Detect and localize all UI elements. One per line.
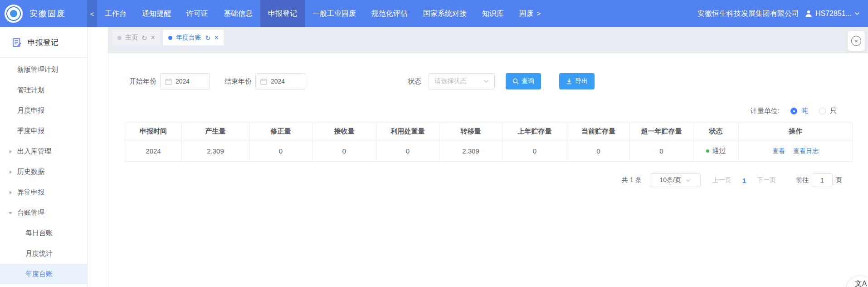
brand: 安徽固废 — [0, 0, 87, 27]
cell-current-storage: 0 — [567, 140, 630, 162]
cell-declare-time: 2024 — [125, 140, 182, 162]
start-year-input[interactable] — [176, 78, 203, 85]
nav-item-basic-info[interactable]: 基础信息 — [216, 0, 260, 27]
navbar-right: 安徽恒生科技发展集团有限公司 HS72851... — [697, 0, 868, 27]
status-select[interactable]: 请选择状态 — [429, 73, 495, 89]
username: HS72851... — [815, 10, 852, 18]
cell-prev-year-storage: 0 — [502, 140, 567, 162]
status-dot-icon — [706, 149, 709, 153]
sidebar-item-management-plan[interactable]: 管理计划 — [0, 80, 87, 100]
search-button[interactable]: 查询 — [506, 73, 541, 89]
sidebar-item-inout-warehouse[interactable]: 出入库管理 — [0, 141, 87, 162]
nav-item-declaration[interactable]: 申报登记 — [260, 0, 305, 27]
calendar-icon — [165, 78, 172, 85]
nav-scroll-left-icon[interactable]: < — [87, 0, 97, 27]
unit-option-ton[interactable]: 吨 — [790, 107, 808, 115]
col-status: 状态 — [693, 123, 739, 140]
tab-label: 主页 — [125, 34, 138, 42]
nav-item-standardization-evaluation[interactable]: 规范化评估 — [364, 0, 415, 27]
goto-page-input[interactable] — [812, 173, 833, 187]
sidebar-item-ledger-management[interactable]: 台账管理 — [0, 203, 87, 223]
export-button-label: 导出 — [575, 77, 588, 85]
current-page-button[interactable]: 1 — [742, 177, 746, 184]
unit-row: 计量单位: 吨 只 — [108, 107, 868, 115]
nav-item-workbench[interactable]: 工作台 — [97, 0, 134, 27]
col-utilized-disposed: 利用处置量 — [376, 123, 439, 140]
sidebar-item-daily-ledger[interactable]: 每日台账 — [0, 223, 87, 243]
start-year-picker[interactable] — [160, 73, 210, 89]
status-placeholder: 请选择状态 — [434, 77, 466, 85]
close-icon[interactable]: × — [151, 34, 155, 41]
refresh-icon[interactable]: ↻ — [205, 35, 211, 41]
end-year-input[interactable] — [271, 78, 298, 85]
nav-item-license[interactable]: 许可证 — [179, 0, 216, 27]
export-button[interactable]: 导出 — [559, 73, 595, 89]
close-all-tabs-button[interactable]: × — [848, 31, 865, 51]
caret-right-icon — [10, 191, 12, 194]
col-generated: 产生量 — [182, 123, 249, 140]
col-declare-time: 申报时间 — [125, 123, 182, 140]
start-year-label: 开始年份 — [129, 77, 156, 86]
nav-item-waste-transfer[interactable]: 固废转 — [512, 0, 533, 27]
sidebar-item-annual-ledger[interactable]: 年度台账 — [0, 264, 87, 284]
cell-generated: 2.309 — [182, 140, 249, 162]
status-filter-group: 状态 请选择状态 — [408, 73, 495, 89]
company-name: 安徽恒生科技发展集团有限公司 — [697, 9, 799, 19]
nav-item-notifications[interactable]: 通知提醒 — [134, 0, 179, 27]
user-menu[interactable]: HS72851... — [805, 10, 860, 18]
sidebar-item-abnormal-declaration[interactable]: 异常申报 — [0, 182, 87, 203]
col-current-storage: 当前贮存量 — [567, 123, 630, 140]
app-title: 安徽固废 — [29, 8, 66, 19]
cell-utilized-disposed: 0 — [376, 140, 439, 162]
nav-item-national-system[interactable]: 国家系统对接 — [415, 0, 474, 27]
page-size-select[interactable]: 10条/页 — [650, 173, 701, 187]
caret-right-icon — [10, 150, 12, 153]
prev-page-button[interactable]: 上一页 — [712, 176, 731, 184]
page-unit-label: 页 — [836, 176, 842, 184]
table-row: 2024 2.309 0 0 0 2.309 0 0 0 通过 — [125, 140, 853, 162]
search-button-label: 查询 — [522, 77, 534, 85]
view-link[interactable]: 查看 — [772, 147, 785, 154]
tab-dot-icon — [117, 36, 122, 40]
refresh-icon[interactable]: ↻ — [141, 35, 147, 41]
sidebar-header: 申报登记 — [0, 27, 87, 58]
unit-option-piece[interactable]: 只 — [819, 107, 837, 115]
sidebar-item-quarterly-declaration[interactable]: 季度申报 — [0, 121, 87, 141]
unit-option-label: 吨 — [801, 107, 808, 115]
col-over-one-year-storage: 超一年贮存量 — [630, 123, 693, 140]
tab-home[interactable]: 主页 ↻ × — [112, 30, 160, 45]
radio-selected-icon — [790, 108, 797, 114]
next-page-button[interactable]: 下一页 — [757, 176, 776, 184]
close-icon[interactable]: × — [215, 34, 219, 41]
main-area: 主页 ↻ × 年度台账 ↻ × × 开始年份 — [88, 27, 868, 287]
unit-label: 计量单位: — [751, 107, 780, 115]
download-icon — [566, 78, 572, 84]
sidebar-item-label: 台账管理 — [17, 208, 44, 217]
col-received: 接收量 — [312, 123, 376, 140]
tab-bar: 主页 ↻ × 年度台账 ↻ × × — [108, 27, 868, 53]
goto-label: 前往 — [796, 176, 809, 184]
nav-item-knowledge-base[interactable]: 知识库 — [474, 0, 512, 27]
cell-over-one-year-storage: 0 — [630, 140, 693, 162]
end-year-label: 结束年份 — [224, 77, 252, 86]
sidebar-menu: 新版管理计划 管理计划 月度申报 季度申报 出入库管理 历史数据 异常申报 台账… — [0, 58, 87, 284]
view-log-link[interactable]: 查看日志 — [793, 147, 819, 154]
end-year-picker[interactable] — [255, 73, 305, 89]
table-header-row: 申报时间 产生量 修正量 接收量 利用处置量 转移量 上年贮存量 当前贮存量 超… — [125, 123, 853, 140]
pagination: 共 1 条 10条/页 上一页 1 下一页 前往 页 — [108, 173, 868, 187]
calendar-icon — [260, 78, 267, 85]
nav-scroll-right-icon[interactable]: > — [533, 0, 544, 27]
user-icon — [805, 10, 813, 18]
tab-annual-ledger[interactable]: 年度台账 ↻ × — [163, 30, 224, 45]
sidebar-item-history-data[interactable]: 历史数据 — [0, 162, 87, 182]
sidebar-item-monthly-declaration[interactable]: 月度申报 — [0, 100, 87, 121]
col-prev-year-storage: 上年贮存量 — [502, 123, 567, 140]
status-label: 状态 — [408, 77, 421, 86]
sidebar-item-label: 出入库管理 — [17, 147, 51, 156]
sidebar-title: 申报登记 — [28, 37, 59, 48]
col-actions: 操作 — [739, 123, 853, 140]
sidebar-item-new-management-plan[interactable]: 新版管理计划 — [0, 59, 87, 80]
status-badge: 通过 — [712, 147, 726, 155]
nav-item-general-industrial-waste[interactable]: 一般工业固废 — [305, 0, 364, 27]
sidebar-item-monthly-stats[interactable]: 月度统计 — [0, 243, 87, 264]
